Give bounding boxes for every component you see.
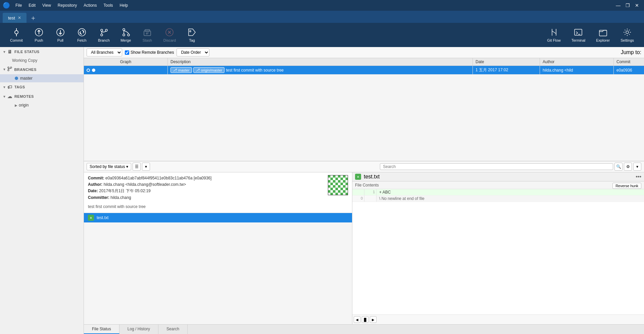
tab-file-status[interactable]: File Status [84, 325, 119, 334]
fetch-label: Fetch [77, 38, 87, 42]
sidebar-item-working-copy[interactable]: Working Copy [0, 56, 84, 65]
stash-button[interactable]: Stash [137, 26, 157, 44]
pull-button[interactable]: Pull [50, 26, 70, 44]
sidebar-remotes-label: REMOTES [14, 94, 34, 98]
menu-edit[interactable]: Edit [26, 2, 38, 8]
diff-line-text: \ No newline at end of file [377, 196, 644, 202]
new-tab-button[interactable]: ＋ [27, 13, 40, 23]
toolbar-right: Git Flow Terminal Explorer Settings [542, 26, 639, 44]
scroll-left-button[interactable]: ◀ [354, 316, 360, 323]
file-panel-toolbar: Sorted by file status ▾ ☰ ▾ 🔍 ⚙ ▾ [84, 161, 644, 172]
merge-button[interactable]: Merge [116, 26, 136, 44]
svg-point-30 [626, 31, 629, 34]
diff-panel: + test.txt ••• File Contents Reverse hun… [352, 172, 644, 324]
sidebar-item-origin[interactable]: ▶ origin [0, 101, 84, 109]
sort-label: Sorted by file status [90, 164, 125, 169]
remotes-icon: ☁ [7, 94, 12, 99]
push-button[interactable]: Push [29, 26, 49, 44]
branch-filter-dropdown[interactable]: All Branches [87, 48, 122, 56]
discard-button[interactable]: Discard [159, 26, 181, 44]
reverse-hunk-button[interactable]: Reverse hunk [612, 183, 641, 189]
commit-label: Commit [10, 38, 23, 42]
push-icon [34, 28, 44, 37]
chevron-down-icon: ▼ [3, 85, 6, 89]
search-input[interactable] [380, 163, 613, 170]
tab-close-button[interactable]: ✕ [18, 15, 21, 20]
filter-settings-button[interactable]: ⚙ [624, 163, 632, 171]
git-flow-button[interactable]: Git Flow [542, 26, 565, 44]
tab-test[interactable]: test ✕ [3, 13, 27, 23]
push-label: Push [35, 38, 43, 42]
sidebar-section-remotes[interactable]: ▼ ☁ REMOTES [0, 92, 84, 101]
filter-arrow-button[interactable]: ▾ [633, 163, 641, 171]
graph-area: All Branches Show Remote Branches Date O… [84, 47, 644, 161]
svg-point-0 [15, 31, 18, 34]
main-layout: ▼ 🖥 FILE STATUS Working Copy ▼ BRANCHES [0, 47, 644, 334]
search-icon-button[interactable]: 🔍 [614, 163, 623, 171]
diff-scroll-controls: ◀ ▐▌ ▶ [352, 315, 644, 324]
commit-button[interactable]: Commit [5, 26, 28, 44]
sidebar-master-label: master [20, 76, 33, 81]
tag-button[interactable]: Tag [182, 26, 202, 44]
author-label: Author: [88, 182, 102, 187]
settings-button[interactable]: Settings [616, 26, 639, 44]
explorer-button[interactable]: Explorer [591, 26, 614, 44]
branch-tag-origin-master: ⎇ origin/master [193, 67, 225, 73]
avatar-pattern-icon [328, 175, 348, 195]
sidebar-origin-label: origin [19, 103, 29, 108]
date-label: Date: [88, 189, 98, 193]
tab-search[interactable]: Search [158, 325, 188, 334]
commit-label: Commit: [88, 176, 104, 180]
restore-button[interactable]: ❐ [623, 1, 632, 10]
menu-actions[interactable]: Actions [81, 2, 99, 8]
sidebar-section-file-status[interactable]: ▼ 🖥 FILE STATUS [0, 47, 84, 56]
terminal-button[interactable]: Terminal [567, 26, 590, 44]
sidebar-section-branches[interactable]: ▼ BRANCHES [0, 65, 84, 74]
view-mode-button[interactable]: ☰ [133, 163, 141, 171]
sidebar-item-master[interactable]: master [0, 74, 84, 82]
chevron-down-icon: ▼ [3, 68, 6, 71]
diff-content: File Contents Reverse hunk 1 + ABC [352, 181, 644, 315]
tab-label: test [8, 15, 15, 20]
diff-area: Commit: e0a09364a61ab7abf844f95411e0b83c… [84, 172, 644, 324]
date-value: 2017年5月1日 下午 05:02:19 [99, 189, 150, 193]
chevron-down-icon: ▼ [3, 95, 6, 98]
close-button[interactable]: ✕ [633, 1, 641, 10]
menu-file[interactable]: File [13, 2, 24, 8]
graph-column-header: Graph [84, 58, 168, 66]
diff-panel-actions: ••• [636, 174, 641, 180]
minimize-button[interactable]: — [614, 1, 623, 10]
remote-tag-label: origin/master [201, 68, 222, 72]
svg-point-14 [128, 34, 130, 36]
description-column-header: Description [168, 58, 473, 66]
branch-icon [99, 28, 108, 37]
view-mode-arrow[interactable]: ▾ [142, 163, 150, 171]
table-row[interactable]: ⎇ master ⎇ origin/master test first comm… [84, 66, 644, 75]
show-remote-checkbox[interactable] [125, 50, 129, 55]
branch-button[interactable]: Branch [93, 26, 114, 44]
sidebar-section-tags[interactable]: ▼ 🏷 TAGS [0, 82, 84, 92]
menu-repository[interactable]: Repository [55, 2, 80, 8]
svg-rect-17 [145, 30, 150, 31]
branch-tag-label: master [178, 68, 190, 72]
fetch-button[interactable]: Fetch [72, 26, 92, 44]
svg-point-10 [105, 29, 107, 31]
graph-headers: Graph Description Date Author Commit [84, 58, 644, 66]
tab-log-history[interactable]: Log / History [119, 325, 158, 334]
menu-view[interactable]: View [40, 2, 54, 8]
git-flow-label: Git Flow [547, 38, 560, 42]
date-order-dropdown[interactable]: Date Order [177, 48, 209, 56]
scroll-center-button[interactable]: ▐▌ [362, 316, 368, 323]
sort-dropdown-arrow: ▾ [126, 164, 128, 169]
menu-tools[interactable]: Tools [101, 2, 116, 8]
sort-dropdown[interactable]: Sorted by file status ▾ [87, 163, 131, 170]
bottom-area: Sorted by file status ▾ ☰ ▾ 🔍 ⚙ ▾ [84, 161, 644, 334]
list-item[interactable]: + test.txt [84, 213, 352, 222]
show-remote-checkbox-label[interactable]: Show Remote Branches [125, 50, 174, 55]
diff-more-button[interactable]: ••• [636, 174, 641, 179]
scroll-right-button[interactable]: ▶ [370, 316, 377, 323]
settings-icon [623, 28, 632, 37]
terminal-label: Terminal [572, 38, 586, 42]
pull-icon [56, 28, 65, 37]
menu-help[interactable]: Help [117, 2, 131, 8]
